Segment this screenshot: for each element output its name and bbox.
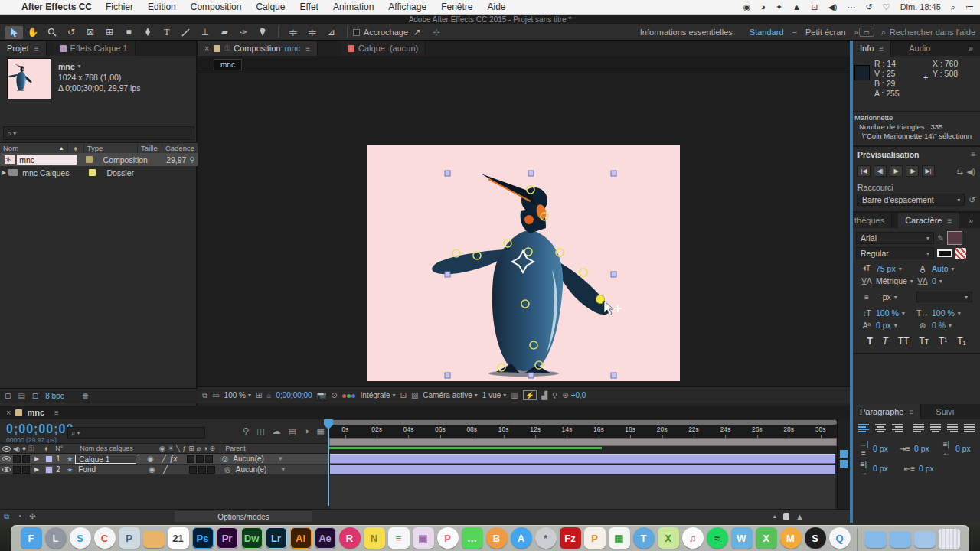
dock-folder-downloads[interactable] xyxy=(142,527,165,551)
layer-name-field[interactable]: Calque 1 xyxy=(75,455,136,464)
dock-quicktime[interactable]: Q xyxy=(828,527,851,551)
menu-aide[interactable]: Aide xyxy=(488,2,506,12)
font-size-control[interactable]: 🞀T75 px▾ xyxy=(861,264,916,273)
space-after-field[interactable]: ≡|→0 px xyxy=(858,460,897,477)
dock-photoshop[interactable]: Ps xyxy=(191,527,214,551)
dock-photo-booth[interactable]: ▣ xyxy=(412,527,434,551)
mask-visibility-icon[interactable]: ⌂ xyxy=(266,391,271,399)
parent-select[interactable]: Aucun(e) xyxy=(236,465,280,474)
dock-folder-documents[interactable] xyxy=(864,527,887,551)
roto-brush-tool[interactable]: ✑ xyxy=(234,26,253,39)
text-tool[interactable]: T xyxy=(158,26,176,39)
justify-last-right-button[interactable] xyxy=(946,423,959,433)
graph-editor-icon[interactable]: ▦ xyxy=(317,426,325,436)
close-tab-icon[interactable]: × xyxy=(6,408,11,417)
dock-ibooks[interactable]: B xyxy=(485,527,508,551)
dock-filezilla[interactable]: Fz xyxy=(559,527,581,551)
font-style-select[interactable]: Regular▾ xyxy=(856,247,934,259)
airplay-icon[interactable]: ⊡ xyxy=(811,2,818,12)
dock-messages[interactable]: … xyxy=(461,527,483,551)
dock-notes[interactable]: N xyxy=(363,527,385,551)
stroke-width-control[interactable]: ≡– px▾ xyxy=(861,292,916,302)
zoom-out-mountain-icon[interactable]: ▲ xyxy=(772,514,777,519)
dock-photos[interactable]: P xyxy=(436,527,459,551)
dock-spotify[interactable]: ≈ xyxy=(706,527,728,551)
puppet-mesh-icon-2[interactable]: ᆃ xyxy=(303,26,322,39)
layer-visibility-toggle[interactable] xyxy=(2,456,11,461)
timeline-search-input[interactable]: ⌕▾ xyxy=(67,427,205,439)
help-search[interactable]: ⌕ Rechercher dans l'aide xyxy=(881,28,975,37)
menu-calque[interactable]: Calque xyxy=(256,2,285,12)
timeline-tab-name[interactable]: mnc xyxy=(27,408,44,417)
snap-options-icon[interactable]: ↗ xyxy=(408,26,426,39)
project-search-input[interactable]: ⌕▾ xyxy=(3,126,194,140)
align-left-button[interactable] xyxy=(858,423,870,433)
vertical-scale-control[interactable]: ↕T100 %▾ xyxy=(861,308,916,318)
snap-checkbox[interactable] xyxy=(353,29,360,36)
last-frame-button[interactable]: ▶| xyxy=(922,165,935,177)
magnification-select[interactable]: 100 %▾ xyxy=(224,391,251,399)
loop-icon[interactable]: ⇆ xyxy=(957,167,964,176)
dock-shuttle[interactable]: S xyxy=(804,527,826,551)
align-right-button[interactable] xyxy=(891,423,903,433)
dock-butterfly[interactable]: M xyxy=(779,527,802,551)
dock-safari[interactable]: S xyxy=(69,527,91,551)
workspace-bar-icon[interactable]: ▭ xyxy=(859,28,874,37)
always-preview-icon[interactable]: ⧉ xyxy=(202,391,207,400)
layer-name[interactable]: Fond xyxy=(75,465,136,474)
dock-system-preferences[interactable]: * xyxy=(534,527,557,551)
volume-icon[interactable]: ◀) xyxy=(828,2,837,12)
first-line-indent-field[interactable]: ⇤≡0 px xyxy=(903,464,943,473)
comp-current-time[interactable]: 0;00;00;00 xyxy=(276,391,312,399)
menubar-clock[interactable]: Dim. 18:45 xyxy=(900,2,941,11)
previous-frame-button[interactable]: ◀| xyxy=(874,165,887,177)
spotlight-icon[interactable]: ⌕ xyxy=(951,2,956,12)
eraser-tool[interactable]: ▰ xyxy=(215,26,234,39)
parent-pickwhip-icon[interactable]: ◎ xyxy=(224,465,231,474)
pen-tool[interactable] xyxy=(139,26,157,39)
fast-preview-icon[interactable]: ⚡ xyxy=(523,390,537,400)
faux-italic-button[interactable]: T xyxy=(883,336,888,347)
pan-behind-tool[interactable]: ⊞ xyxy=(100,26,119,39)
leading-control[interactable]: A̱Auto▾ xyxy=(916,264,972,273)
snapshot-icon[interactable]: 📷 xyxy=(317,391,326,399)
item-name-field[interactable]: mnc xyxy=(17,155,77,165)
main-viewer-icon[interactable]: ▭ xyxy=(212,391,219,399)
project-row-mnc[interactable]: mnc Composition 29,97 ⚲ xyxy=(0,153,198,166)
dock-finder[interactable]: F xyxy=(20,527,42,551)
tab-suivi[interactable]: Suivi xyxy=(929,404,961,419)
indent-right-field[interactable]: ≡|←0 px xyxy=(940,440,975,457)
more-status-icon[interactable]: ⋯ xyxy=(848,2,856,12)
window-titlebar[interactable]: Adobe After Effects CC 2015 - Projet san… xyxy=(0,15,980,24)
motion-blur-icon[interactable]: ◑ xyxy=(304,426,309,436)
tracking-control[interactable]: V̲A̲0▾ xyxy=(916,276,972,285)
column-cadence[interactable]: Cadence xyxy=(162,143,198,153)
app-menu[interactable]: After Effects CC xyxy=(21,2,92,12)
justify-last-left-button[interactable] xyxy=(913,423,925,433)
dock-after-effects[interactable]: Ae xyxy=(314,527,336,551)
project-row-mnc-calques[interactable]: ▶ mnc Calques Dossier xyxy=(0,166,198,179)
layer-color-chip[interactable] xyxy=(45,466,53,474)
horizontal-scale-control[interactable]: T↔100 %▾ xyxy=(916,308,972,318)
label-color-chip[interactable] xyxy=(89,169,96,176)
column-type[interactable]: Type xyxy=(84,143,138,153)
workspace-menu-icon[interactable]: ≡ xyxy=(792,28,797,37)
dock-folder-stack[interactable] xyxy=(913,527,936,551)
stroke-color-swatch[interactable] xyxy=(956,248,966,259)
footage-preview-thumbnail[interactable] xyxy=(7,58,51,99)
timeline-zoom-slider[interactable] xyxy=(783,513,789,520)
close-tab-icon[interactable]: × xyxy=(204,44,209,53)
dock-illustrator[interactable]: Ai xyxy=(289,527,312,551)
next-frame-button[interactable]: |▶ xyxy=(906,165,919,177)
drive-icon[interactable]: ▲ xyxy=(792,2,801,11)
dock-premiere[interactable]: Pr xyxy=(216,527,238,551)
dock-preview[interactable]: P xyxy=(118,527,140,551)
selection-tool[interactable] xyxy=(5,26,23,39)
layer-blend-icon[interactable]: ╱ xyxy=(162,455,166,463)
puppet-mesh-icon-1[interactable]: ᆃ xyxy=(284,26,302,39)
layer-row-1[interactable]: ▶ 1 ★ Calque 1 ◉ ╱ ƒx ◎ Aucun(e) ▼ xyxy=(0,454,329,465)
menu-fenetre[interactable]: Fenêtre xyxy=(441,2,472,12)
options-modes-button[interactable]: Options/modes xyxy=(175,511,312,522)
hide-shy-layers-icon[interactable]: ☁ xyxy=(273,426,281,436)
creative-cloud-icon[interactable]: ◕ xyxy=(760,2,766,11)
